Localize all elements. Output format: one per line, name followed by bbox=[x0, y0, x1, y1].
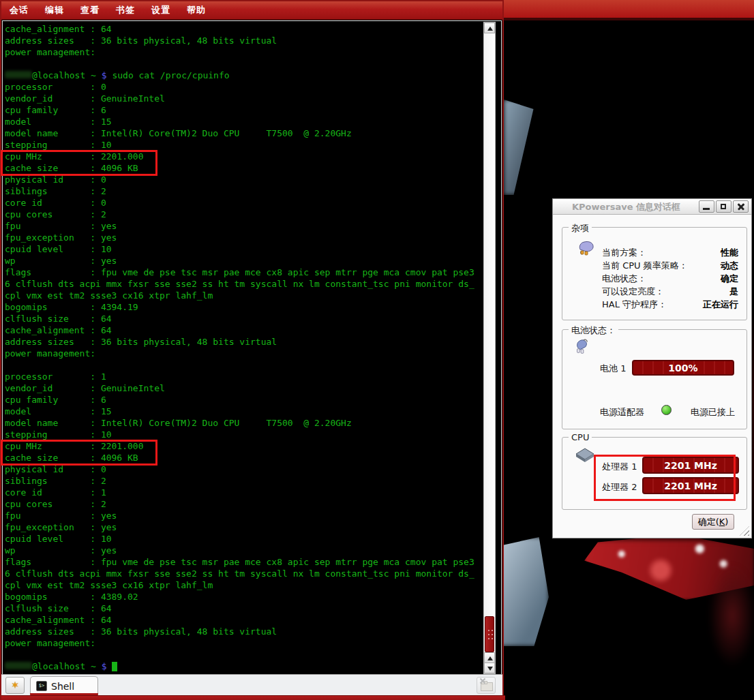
power-plug-icon bbox=[577, 239, 597, 256]
maximize-button[interactable] bbox=[716, 200, 732, 213]
menu-bookmarks[interactable]: 书签 bbox=[116, 4, 135, 16]
terminal-line: wp : yes bbox=[5, 255, 482, 267]
prompt-dollar: $ bbox=[102, 70, 107, 80]
scrollbar-thumb[interactable] bbox=[485, 616, 494, 652]
background-red-bar bbox=[504, 0, 754, 18]
misc-row-battery: 电池状态： 确定 bbox=[602, 273, 738, 286]
terminal-line: address sizes : 36 bits physical, 48 bit… bbox=[5, 35, 482, 46]
screen: 会话 编辑 查看 书签 设置 帮助 cache_alignment : 64ad… bbox=[0, 0, 754, 700]
terminal-line: address sizes : 36 bits physical, 48 bit… bbox=[5, 626, 482, 637]
terminal-line: processor : 1 bbox=[5, 371, 482, 382]
prompt-dollar: $ bbox=[102, 661, 107, 671]
terminal-line: wp : yes bbox=[5, 545, 482, 556]
menubar: 会话 编辑 查看 书签 设置 帮助 bbox=[1, 1, 502, 20]
battery-progressbar: 100% bbox=[632, 360, 734, 376]
terminal-line: address sizes : 36 bits physical, 48 bit… bbox=[5, 336, 482, 348]
group-misc-title: 杂项 bbox=[569, 222, 592, 234]
new-session-icon: ✶ bbox=[11, 680, 19, 690]
terminal-line: siblings : 2 bbox=[5, 475, 482, 487]
misc-row-cpu-policy: 当前 CPU 频率策略： 动态 bbox=[602, 260, 738, 273]
ok-label-suffix: ) bbox=[725, 517, 728, 527]
terminal-line: cpuid level : 10 bbox=[5, 533, 482, 545]
terminal-line: vendor_id : GenuineIntel bbox=[5, 93, 482, 104]
adapter-status: 电源已接上 bbox=[691, 406, 735, 419]
menu-edit[interactable]: 编辑 bbox=[45, 4, 64, 16]
background-blue-wedge-top bbox=[504, 100, 543, 195]
group-misc: 杂项 当前方案： 性能 当前 CPU 频率策略： 动态 电池状态： 确定 可以设… bbox=[562, 227, 747, 320]
terminal-line: model : 15 bbox=[5, 116, 482, 127]
menu-view[interactable]: 查看 bbox=[80, 4, 100, 16]
new-session-button[interactable]: ✶ bbox=[5, 677, 25, 694]
terminal-line: bogomips : 4389.02 bbox=[5, 591, 482, 603]
terminal-line: cpu family : 6 bbox=[5, 394, 482, 406]
censored-username bbox=[5, 71, 32, 78]
kpowersave-dialog: KPowersave 信息对话框 杂项 当前方案： 性能 当前 CPU 频率策略… bbox=[552, 198, 752, 538]
terminal-line: @localhost ~ $ sudo cat /proc/cpuinfo bbox=[5, 70, 482, 81]
terminal-line bbox=[5, 649, 482, 660]
adapter-led-icon bbox=[661, 405, 672, 415]
battery-label: 电池 1 bbox=[600, 363, 626, 375]
shell-terminal-icon: $> bbox=[36, 681, 47, 691]
terminal-line: siblings : 2 bbox=[5, 185, 482, 197]
power-plug-icon bbox=[573, 338, 591, 356]
ok-accesskey: K bbox=[719, 517, 725, 527]
misc-value: 性能 bbox=[721, 247, 738, 259]
close-session-button[interactable] bbox=[477, 677, 496, 694]
terminal-line: clflush size : 64 bbox=[5, 603, 482, 614]
terminal-line: cache_alignment : 64 bbox=[5, 23, 482, 35]
close-icon bbox=[479, 678, 486, 684]
terminal-line: cpuid level : 10 bbox=[5, 243, 482, 255]
konsole-window: 会话 编辑 查看 书签 设置 帮助 cache_alignment : 64ad… bbox=[0, 0, 504, 700]
group-battery-title: 电池状态： bbox=[569, 324, 618, 337]
window-bottom-border bbox=[1, 695, 505, 700]
terminal-screen[interactable]: cache_alignment : 64address sizes : 36 b… bbox=[2, 20, 502, 675]
terminal-line: flags : fpu vme de pse tsc msr pae mce c… bbox=[5, 267, 482, 278]
menu-settings[interactable]: 设置 bbox=[151, 4, 170, 16]
terminal-line: 6 clflush dts acpi mmx fxsr sse sse2 ss … bbox=[5, 278, 482, 290]
close-button[interactable] bbox=[733, 200, 749, 213]
misc-label: 当前 CPU 频率策略： bbox=[602, 260, 688, 272]
terminal-line: cpl vmx est tm2 ssse3 cx16 xtpr lahf_lm bbox=[5, 579, 482, 591]
group-battery: 电池状态： 电池 1 100% 电源适配器 电源已接上 bbox=[562, 329, 747, 429]
terminal-output: cache_alignment : 64address sizes : 36 b… bbox=[5, 23, 482, 672]
terminal-line: stepping : 10 bbox=[5, 139, 482, 151]
minimize-button[interactable] bbox=[699, 200, 714, 213]
misc-row-hal: HAL 守护程序： 正在运行 bbox=[602, 299, 738, 311]
ok-label: 确定( bbox=[698, 517, 719, 527]
scrollbar-up-button-bottom[interactable] bbox=[484, 652, 495, 663]
adapter-label: 电源适配器 bbox=[600, 406, 644, 419]
dialog-title: KPowersave 信息对话框 bbox=[553, 201, 699, 213]
tab-shell-label: Shell bbox=[51, 681, 74, 692]
terminal-line: cpu family : 6 bbox=[5, 104, 482, 116]
background-blue-wedge-bottom bbox=[504, 537, 549, 646]
scrollbar-up-button-top[interactable] bbox=[484, 22, 495, 33]
misc-value: 动态 bbox=[721, 260, 738, 272]
minimize-icon bbox=[703, 208, 710, 210]
terminal-line: fpu : yes bbox=[5, 220, 482, 232]
tab-shell[interactable]: $> Shell bbox=[30, 676, 98, 695]
terminal-line bbox=[5, 58, 482, 70]
dialog-titlebar[interactable]: KPowersave 信息对话框 bbox=[553, 199, 751, 215]
terminal-line: core id : 0 bbox=[5, 197, 482, 209]
terminal-line: power management: bbox=[5, 348, 482, 359]
menu-help[interactable]: 帮助 bbox=[187, 4, 206, 16]
terminal-line: clflush size : 64 bbox=[5, 313, 482, 324]
misc-value: 确定 bbox=[721, 273, 738, 285]
terminal-line: processor : 0 bbox=[5, 81, 482, 93]
misc-row-scheme: 当前方案： 性能 bbox=[602, 247, 738, 260]
resize-grip[interactable] bbox=[740, 526, 749, 536]
terminal-line: core id : 1 bbox=[5, 487, 482, 498]
misc-label: 电池状态： bbox=[602, 273, 646, 285]
terminal-line: cache_alignment : 64 bbox=[5, 614, 482, 626]
terminal-line: cpu cores : 2 bbox=[5, 209, 482, 220]
ok-button[interactable]: 确定(K) bbox=[692, 514, 734, 530]
arrow-up-icon bbox=[487, 27, 493, 31]
terminal-line: model : 15 bbox=[5, 406, 482, 417]
scrollbar-down-button[interactable] bbox=[484, 663, 495, 673]
menu-session[interactable]: 会话 bbox=[10, 4, 29, 16]
terminal-line: vendor_id : GenuineIntel bbox=[5, 382, 482, 394]
terminal-line bbox=[5, 359, 482, 371]
scrollbar-grip-dots bbox=[487, 629, 493, 641]
terminal-scrollbar[interactable] bbox=[483, 22, 496, 674]
terminal-line: fpu_exception : yes bbox=[5, 521, 482, 533]
